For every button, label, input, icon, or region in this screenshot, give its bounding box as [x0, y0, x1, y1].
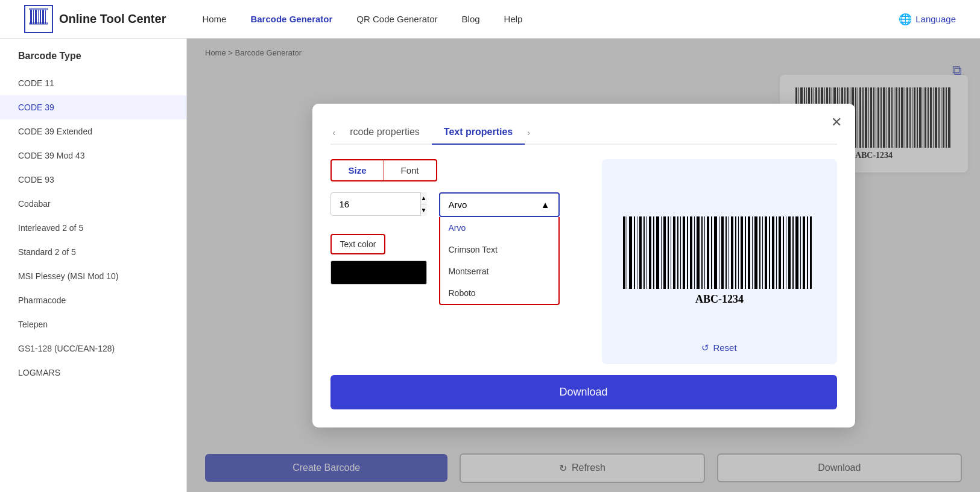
tab-barcode-properties[interactable]: rcode properties: [338, 122, 432, 145]
font-option-montserrat[interactable]: Montserrat: [440, 260, 558, 282]
modal-body: Size Font ▲ ▼: [330, 159, 837, 364]
logo-icon: [24, 5, 53, 33]
modal-tabs: ‹ rcode properties Text properties ›: [330, 122, 837, 145]
text-color-label-wrap: Text color: [330, 234, 386, 254]
font-option-arvo[interactable]: Arvo: [440, 217, 558, 239]
svg-rect-109: [754, 216, 757, 289]
svg-rect-72: [629, 216, 632, 289]
svg-rect-85: [673, 216, 675, 289]
svg-rect-89: [687, 216, 688, 289]
svg-rect-123: [803, 216, 805, 289]
sidebar-item-interleaved[interactable]: Interleaved 2 of 5: [0, 216, 186, 240]
svg-rect-117: [783, 216, 784, 289]
svg-rect-88: [683, 216, 685, 289]
svg-rect-101: [729, 216, 729, 289]
svg-rect-105: [741, 216, 743, 289]
font-dropdown-wrap: Arvo ▲ Arvo Crimson Text Montserrat Robo…: [439, 192, 560, 217]
sidebar-item-pharmacode[interactable]: Pharmacode: [0, 288, 186, 312]
tab-next-arrow[interactable]: ›: [525, 123, 533, 142]
modal-download-button[interactable]: Download: [330, 375, 837, 409]
svg-rect-102: [731, 216, 733, 289]
svg-rect-106: [745, 216, 746, 289]
svg-rect-80: [656, 216, 659, 289]
tab-text-properties[interactable]: Text properties: [432, 122, 525, 145]
svg-rect-124: [807, 216, 808, 289]
nav-barcode-generator[interactable]: Barcode Generator: [250, 14, 332, 24]
sidebar-item-gs1[interactable]: GS1-128 (UCC/EAN-128): [0, 336, 186, 361]
content-area: Home > Barcode Generator ⧉: [187, 39, 980, 492]
color-swatch[interactable]: [330, 260, 427, 285]
svg-text:ABC-1234: ABC-1234: [695, 293, 744, 305]
sidebar-item-codabar[interactable]: Codabar: [0, 192, 186, 216]
size-down-button[interactable]: ▼: [421, 204, 427, 216]
svg-rect-90: [690, 216, 692, 289]
sidebar-item-msi[interactable]: MSI Plessey (MSI Mod 10): [0, 264, 186, 288]
font-option-crimson[interactable]: Crimson Text: [440, 239, 558, 260]
size-up-button[interactable]: ▲: [421, 192, 427, 204]
svg-rect-81: [661, 216, 662, 289]
sidebar-item-code39ext[interactable]: CODE 39 Extended: [0, 119, 186, 144]
nav-home[interactable]: Home: [202, 14, 226, 24]
sidebar-title: Barcode Type: [0, 51, 186, 71]
sidebar: Barcode Type CODE 11 CODE 39 CODE 39 Ext…: [0, 39, 187, 492]
language-label: Language: [915, 14, 956, 24]
sidebar-item-code39[interactable]: CODE 39: [0, 95, 186, 119]
svg-rect-92: [697, 216, 700, 289]
svg-rect-82: [663, 216, 666, 289]
svg-rect-108: [752, 216, 753, 289]
svg-rect-0: [30, 10, 32, 24]
sidebar-item-standard25[interactable]: Standard 2 of 5: [0, 240, 186, 264]
svg-rect-70: [623, 216, 625, 289]
svg-rect-87: [680, 216, 681, 289]
sidebar-item-telepen[interactable]: Telepen: [0, 312, 186, 336]
sidebar-item-code93[interactable]: CODE 93: [0, 168, 186, 192]
modal: ✕ ‹ rcode properties Text properties › S…: [312, 104, 855, 427]
svg-rect-112: [765, 216, 767, 289]
prop-tab-size[interactable]: Size: [332, 160, 384, 180]
svg-rect-118: [786, 216, 786, 289]
svg-rect-99: [721, 216, 724, 289]
font-option-roboto[interactable]: Roboto: [440, 282, 558, 304]
nav-qr-generator[interactable]: QR Code Generator: [356, 14, 437, 24]
text-color-label: Text color: [340, 239, 376, 249]
font-dropdown-button[interactable]: Arvo ▲: [439, 192, 560, 217]
svg-rect-79: [653, 216, 654, 289]
logo: Online Tool Center: [24, 5, 166, 33]
globe-icon: 🌐: [899, 13, 912, 26]
nav-blog[interactable]: Blog: [462, 14, 480, 24]
barcode-preview: ABC-1234 ↺ Reset: [602, 159, 837, 364]
size-font-row: ▲ ▼ Arvo ▲ Arvo: [330, 192, 584, 228]
sidebar-item-code11[interactable]: CODE 11: [0, 71, 186, 95]
svg-rect-103: [735, 216, 736, 289]
prop-tab-font[interactable]: Font: [384, 160, 436, 180]
font-dropdown-list: Arvo Crimson Text Montserrat Roboto: [439, 217, 560, 305]
svg-rect-84: [671, 216, 671, 289]
reset-label: Reset: [713, 342, 736, 353]
tab-prev-arrow[interactable]: ‹: [330, 123, 338, 142]
svg-rect-100: [726, 216, 727, 289]
nav-help[interactable]: Help: [504, 14, 523, 24]
svg-rect-119: [788, 216, 791, 289]
svg-rect-97: [714, 216, 717, 289]
reset-button[interactable]: ↺ Reset: [701, 342, 736, 353]
svg-rect-91: [694, 216, 695, 289]
language-button[interactable]: 🌐 Language: [899, 13, 956, 26]
svg-rect-110: [759, 216, 760, 289]
font-dropdown-arrow: ▲: [541, 200, 550, 210]
modal-close-button[interactable]: ✕: [831, 115, 842, 130]
svg-rect-78: [649, 216, 651, 289]
svg-rect-104: [738, 216, 739, 289]
svg-rect-107: [748, 216, 750, 289]
sidebar-item-logmars[interactable]: LOGMARS: [0, 361, 186, 385]
svg-rect-76: [643, 216, 645, 289]
svg-rect-125: [810, 216, 812, 289]
svg-rect-115: [776, 216, 777, 289]
svg-rect-116: [779, 216, 781, 289]
svg-rect-114: [772, 216, 774, 289]
sidebar-item-code39mod43[interactable]: CODE 39 Mod 43: [0, 144, 186, 168]
svg-rect-121: [795, 216, 798, 289]
svg-rect-7: [30, 8, 48, 10]
logo-text: Online Tool Center: [59, 12, 166, 26]
svg-rect-94: [704, 216, 705, 289]
size-input[interactable]: [330, 192, 427, 216]
